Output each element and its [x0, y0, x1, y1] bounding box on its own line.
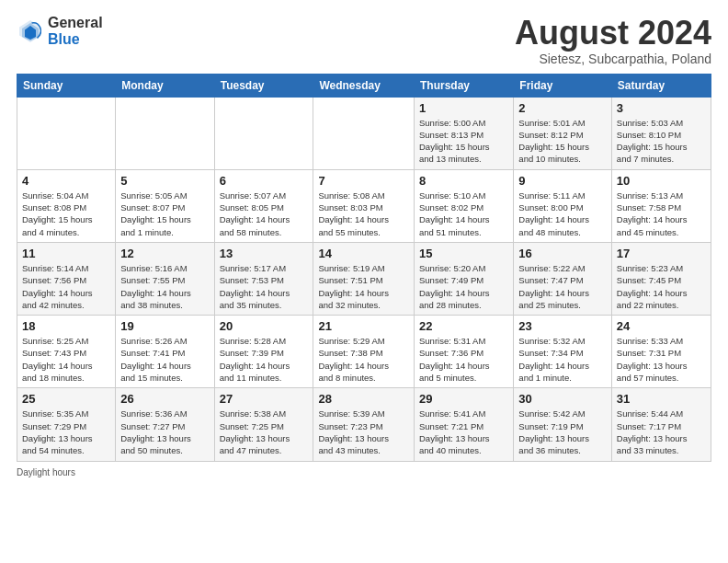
day-number: 6 [220, 174, 309, 188]
header: General Blue August 2024 Sietesz, Subcar… [17, 15, 711, 66]
calendar-week-row: 4Sunrise: 5:04 AMSunset: 8:08 PMDaylight… [17, 169, 711, 242]
day-info: Sunrise: 5:42 AMSunset: 7:19 PMDaylight:… [518, 408, 607, 456]
day-info: Sunrise: 5:05 AMSunset: 8:07 PMDaylight:… [120, 190, 209, 238]
calendar-cell: 13Sunrise: 5:17 AMSunset: 7:53 PMDayligh… [214, 242, 313, 315]
day-info: Sunrise: 5:41 AMSunset: 7:21 PMDaylight:… [419, 408, 508, 456]
calendar-cell: 7Sunrise: 5:08 AMSunset: 8:03 PMDaylight… [313, 169, 415, 242]
calendar-col-header: Tuesday [214, 74, 313, 97]
calendar-cell: 5Sunrise: 5:05 AMSunset: 8:07 PMDaylight… [116, 169, 214, 242]
day-number: 12 [120, 247, 209, 260]
day-number: 15 [419, 247, 508, 260]
main-title: August 2024 [515, 15, 711, 52]
calendar-cell: 18Sunrise: 5:25 AMSunset: 7:43 PMDayligh… [17, 316, 116, 388]
day-number: 28 [318, 392, 409, 406]
day-number: 14 [318, 247, 409, 260]
day-info: Sunrise: 5:17 AMSunset: 7:53 PMDaylight:… [220, 262, 309, 311]
calendar-cell: 25Sunrise: 5:35 AMSunset: 7:29 PMDayligh… [17, 388, 116, 461]
day-info: Sunrise: 5:20 AMSunset: 7:49 PMDaylight:… [419, 262, 508, 311]
calendar-cell: 20Sunrise: 5:28 AMSunset: 7:39 PMDayligh… [214, 316, 313, 388]
calendar-cell: 8Sunrise: 5:10 AMSunset: 8:02 PMDaylight… [415, 169, 514, 242]
calendar-cell: 12Sunrise: 5:16 AMSunset: 7:55 PMDayligh… [116, 242, 214, 315]
calendar-col-header: Sunday [17, 74, 116, 97]
calendar-cell: 6Sunrise: 5:07 AMSunset: 8:05 PMDaylight… [214, 169, 313, 242]
calendar-week-row: 18Sunrise: 5:25 AMSunset: 7:43 PMDayligh… [17, 316, 711, 388]
logo: General Blue [17, 15, 103, 47]
day-number: 20 [220, 319, 309, 333]
calendar-cell: 30Sunrise: 5:42 AMSunset: 7:19 PMDayligh… [514, 388, 612, 461]
day-number: 1 [419, 101, 508, 115]
calendar-cell: 27Sunrise: 5:38 AMSunset: 7:25 PMDayligh… [214, 388, 313, 461]
day-info: Sunrise: 5:39 AMSunset: 7:23 PMDaylight:… [318, 408, 409, 456]
calendar-cell: 19Sunrise: 5:26 AMSunset: 7:41 PMDayligh… [116, 316, 214, 388]
day-number: 5 [120, 174, 209, 188]
calendar-cell: 26Sunrise: 5:36 AMSunset: 7:27 PMDayligh… [116, 388, 214, 461]
day-number: 2 [518, 101, 607, 115]
day-info: Sunrise: 5:16 AMSunset: 7:55 PMDaylight:… [120, 262, 209, 311]
page: General Blue August 2024 Sietesz, Subcar… [0, 0, 728, 563]
calendar-cell: 28Sunrise: 5:39 AMSunset: 7:23 PMDayligh… [313, 388, 415, 461]
day-info: Sunrise: 5:01 AMSunset: 8:12 PMDaylight:… [518, 117, 607, 166]
day-number: 7 [318, 174, 409, 188]
calendar-cell: 16Sunrise: 5:22 AMSunset: 7:47 PMDayligh… [514, 242, 612, 315]
calendar-table: SundayMondayTuesdayWednesdayThursdayFrid… [17, 74, 711, 462]
day-number: 25 [22, 392, 110, 406]
day-info: Sunrise: 5:26 AMSunset: 7:41 PMDaylight:… [120, 335, 209, 384]
calendar-cell: 10Sunrise: 5:13 AMSunset: 7:58 PMDayligh… [611, 169, 711, 242]
day-number: 21 [318, 319, 409, 333]
subtitle: Sietesz, Subcarpathia, Poland [515, 52, 711, 66]
calendar-cell: 23Sunrise: 5:32 AMSunset: 7:34 PMDayligh… [514, 316, 612, 388]
day-info: Sunrise: 5:44 AMSunset: 7:17 PMDaylight:… [617, 408, 706, 456]
calendar-cell [313, 97, 415, 169]
day-number: 30 [518, 392, 607, 406]
day-info: Sunrise: 5:00 AMSunset: 8:13 PMDaylight:… [419, 117, 508, 166]
day-number: 10 [617, 174, 706, 188]
calendar-cell: 21Sunrise: 5:29 AMSunset: 7:38 PMDayligh… [313, 316, 415, 388]
logo-text: General Blue [48, 15, 103, 47]
day-number: 9 [518, 174, 607, 188]
day-number: 16 [518, 247, 607, 260]
day-info: Sunrise: 5:35 AMSunset: 7:29 PMDaylight:… [22, 408, 110, 456]
calendar-cell: 11Sunrise: 5:14 AMSunset: 7:56 PMDayligh… [17, 242, 116, 315]
day-info: Sunrise: 5:07 AMSunset: 8:05 PMDaylight:… [220, 190, 309, 238]
day-info: Sunrise: 5:04 AMSunset: 8:08 PMDaylight:… [22, 190, 110, 238]
day-info: Sunrise: 5:31 AMSunset: 7:36 PMDaylight:… [419, 335, 508, 384]
day-info: Sunrise: 5:32 AMSunset: 7:34 PMDaylight:… [518, 335, 607, 384]
calendar-cell: 4Sunrise: 5:04 AMSunset: 8:08 PMDaylight… [17, 169, 116, 242]
day-number: 3 [617, 101, 706, 115]
calendar-cell: 17Sunrise: 5:23 AMSunset: 7:45 PMDayligh… [611, 242, 711, 315]
day-number: 17 [617, 247, 706, 260]
day-number: 19 [120, 319, 209, 333]
calendar-cell [116, 97, 214, 169]
day-info: Sunrise: 5:19 AMSunset: 7:51 PMDaylight:… [318, 262, 409, 311]
calendar-cell: 3Sunrise: 5:03 AMSunset: 8:10 PMDaylight… [611, 97, 711, 169]
day-info: Sunrise: 5:33 AMSunset: 7:31 PMDaylight:… [617, 335, 706, 384]
calendar-cell: 24Sunrise: 5:33 AMSunset: 7:31 PMDayligh… [611, 316, 711, 388]
day-number: 11 [22, 247, 110, 260]
day-info: Sunrise: 5:08 AMSunset: 8:03 PMDaylight:… [318, 190, 409, 238]
day-info: Sunrise: 5:36 AMSunset: 7:27 PMDaylight:… [120, 408, 209, 456]
calendar-week-row: 11Sunrise: 5:14 AMSunset: 7:56 PMDayligh… [17, 242, 711, 315]
day-number: 4 [22, 174, 110, 188]
calendar-col-header: Thursday [415, 74, 514, 97]
title-block: August 2024 Sietesz, Subcarpathia, Polan… [515, 15, 711, 66]
day-number: 18 [22, 319, 110, 333]
day-info: Sunrise: 5:25 AMSunset: 7:43 PMDaylight:… [22, 335, 110, 384]
day-info: Sunrise: 5:10 AMSunset: 8:02 PMDaylight:… [419, 190, 508, 238]
day-info: Sunrise: 5:13 AMSunset: 7:58 PMDaylight:… [617, 190, 706, 238]
day-number: 29 [419, 392, 508, 406]
day-number: 31 [617, 392, 706, 406]
day-number: 27 [220, 392, 309, 406]
calendar-col-header: Friday [514, 74, 612, 97]
day-number: 24 [617, 319, 706, 333]
calendar-cell: 29Sunrise: 5:41 AMSunset: 7:21 PMDayligh… [415, 388, 514, 461]
calendar-cell [17, 97, 116, 169]
day-info: Sunrise: 5:38 AMSunset: 7:25 PMDaylight:… [220, 408, 309, 456]
day-number: 8 [419, 174, 508, 188]
day-info: Sunrise: 5:14 AMSunset: 7:56 PMDaylight:… [22, 262, 110, 311]
day-info: Sunrise: 5:22 AMSunset: 7:47 PMDaylight:… [518, 262, 607, 311]
calendar-cell [214, 97, 313, 169]
day-number: 23 [518, 319, 607, 333]
day-number: 26 [120, 392, 209, 406]
calendar-cell: 14Sunrise: 5:19 AMSunset: 7:51 PMDayligh… [313, 242, 415, 315]
day-info: Sunrise: 5:11 AMSunset: 8:00 PMDaylight:… [518, 190, 607, 238]
